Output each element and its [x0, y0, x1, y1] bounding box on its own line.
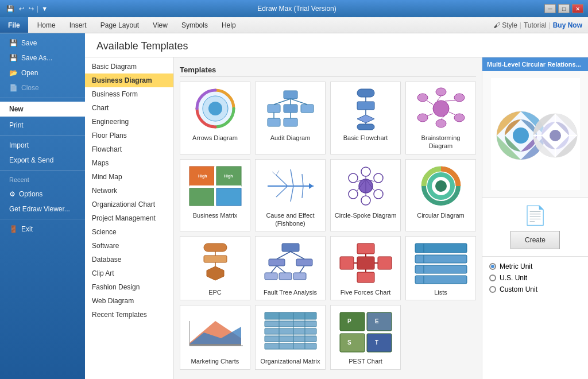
export-send-action[interactable]: Export & Send [0, 153, 85, 168]
create-button[interactable]: Create [510, 231, 560, 249]
svg-point-2 [208, 102, 222, 115]
template-label-matrix: Business Matrix [193, 211, 238, 219]
open-action[interactable]: 📂 Open [0, 65, 85, 80]
svg-text:High: High [224, 174, 233, 179]
get-viewer-action[interactable]: Get Edraw Viewer... [0, 202, 85, 216]
category-recent-templates[interactable]: Recent Templates [85, 308, 173, 322]
svg-rect-95 [415, 265, 467, 273]
new-action[interactable]: New [0, 102, 85, 117]
category-flowchart[interactable]: Flowchart [85, 142, 173, 156]
qa-extra-btn[interactable]: ▼ [40, 5, 49, 13]
svg-rect-106 [265, 312, 316, 319]
save-as-action[interactable]: 💾 Save As... [0, 51, 85, 65]
menu-right-actions: 🖌 Style | Tutorial | Buy Now [493, 21, 588, 29]
template-thumb-epc [187, 240, 244, 286]
template-arrows-diagram[interactable]: Arrows Diagram [180, 82, 250, 154]
import-label: Import [9, 141, 29, 149]
qa-save-btn[interactable]: 💾 [5, 5, 16, 13]
metric-unit-radio[interactable]: Metric Unit [489, 262, 581, 270]
us-unit-radio[interactable]: U.S. Unit [489, 274, 581, 282]
maximize-button[interactable]: □ [558, 4, 570, 13]
template-five-forces[interactable]: Five Forces Chart [330, 236, 401, 300]
svg-rect-69 [204, 256, 227, 262]
template-thumb-arrows [187, 86, 244, 132]
exit-action[interactable]: 🚪 Exit [0, 222, 85, 237]
template-pest-chart[interactable]: P E S T PEST Chart [330, 305, 401, 369]
svg-marker-16 [357, 115, 374, 123]
category-org-chart[interactable]: Organizational Chart [85, 198, 173, 211]
svg-text:S: S [347, 339, 351, 346]
template-epc[interactable]: EPC [180, 236, 250, 300]
right-panel: Multi-Level Circular Relations... [482, 57, 588, 379]
template-business-matrix[interactable]: High High Business Matrix [180, 159, 250, 232]
template-label-lists: Lists [434, 288, 447, 296]
home-menu[interactable]: Home [30, 19, 63, 32]
save-action[interactable]: 💾 Save [0, 36, 85, 51]
custom-unit-radio[interactable]: Custom Unit [489, 285, 581, 293]
category-database[interactable]: Database [85, 253, 173, 266]
custom-unit-label: Custom Unit [500, 285, 537, 293]
category-network[interactable]: Network [85, 184, 173, 198]
category-basic-diagram[interactable]: Basic Diagram [85, 60, 173, 74]
tutorial-link[interactable]: Tutorial [524, 21, 547, 29]
qa-redo-btn[interactable]: ↪ [27, 5, 36, 13]
category-engineering[interactable]: Engineering [85, 115, 173, 129]
template-fault-tree[interactable]: Fault Tree Analysis [255, 236, 326, 300]
template-org-matrix[interactable]: Organizational Matrix [255, 305, 326, 369]
category-floor-plans[interactable]: Floor Plans [85, 129, 173, 142]
import-action[interactable]: Import [0, 138, 85, 153]
category-business-diagram[interactable]: Business Diagram [85, 74, 173, 87]
print-action[interactable]: Print [0, 118, 85, 133]
template-lists[interactable]: Lists [405, 236, 476, 300]
category-web-diagram[interactable]: Web Diagram [85, 294, 173, 308]
options-action[interactable]: ⚙ Options [0, 187, 85, 202]
svg-text:T: T [375, 339, 378, 346]
svg-point-23 [436, 88, 446, 96]
category-maps[interactable]: Maps [85, 156, 173, 170]
options-label: Options [19, 190, 42, 198]
recent-label: Recent [0, 173, 85, 187]
template-circle-spoke[interactable]: Circle-Spoke Diagram [330, 159, 401, 232]
page-layout-menu[interactable]: Page Layout [94, 19, 146, 32]
title-bar-title: Edraw Max (Trial Version) [49, 5, 544, 13]
template-audit-diagram[interactable]: Audit Diagram [255, 82, 326, 154]
view-menu[interactable]: View [146, 19, 175, 32]
svg-rect-7 [268, 118, 280, 126]
template-thumb-marketing [187, 309, 244, 355]
template-circular-diagram[interactable]: Circular Diagram [405, 159, 476, 232]
svg-rect-85 [340, 257, 354, 269]
template-basic-flowchart[interactable]: Basic Flowchart [330, 82, 401, 154]
qa-undo-btn[interactable]: ↩ [17, 5, 26, 13]
minimize-button[interactable]: ─ [544, 4, 556, 13]
category-software[interactable]: Software [85, 239, 173, 253]
quick-access-toolbar: 💾 ↩ ↪ | ▼ [5, 5, 49, 13]
title-bar-controls: ─ □ ✕ [544, 4, 583, 13]
template-label-org-matrix: Organizational Matrix [261, 357, 320, 365]
category-project-mgmt[interactable]: Project Management [85, 211, 173, 225]
category-science[interactable]: Science [85, 225, 173, 239]
open-label: Open [21, 69, 38, 77]
category-chart[interactable]: Chart [85, 101, 173, 115]
close-button[interactable]: ✕ [572, 4, 583, 13]
category-clip-art[interactable]: Clip Art [85, 266, 173, 280]
template-brainstorming[interactable]: Brainstorming Diagram [405, 82, 476, 154]
template-cause-effect[interactable]: Cause and Effect (Fishbone) [255, 159, 326, 232]
category-fashion-design[interactable]: Fashion Design [85, 280, 173, 294]
document-icon: 📄 [524, 204, 547, 226]
insert-menu[interactable]: Insert [63, 19, 94, 32]
close-action[interactable]: 📄 Close [0, 80, 85, 95]
svg-point-27 [417, 114, 428, 122]
svg-line-51 [276, 171, 279, 175]
options-icon: ⚙ [9, 190, 16, 198]
style-link[interactable]: 🖌 Style [493, 21, 517, 29]
category-business-form[interactable]: Business Form [85, 87, 173, 101]
main-layout: 💾 Save 💾 Save As... 📂 Open 📄 Close New P… [0, 33, 588, 379]
symbols-menu[interactable]: Symbols [175, 19, 215, 32]
file-menu-button[interactable]: File [0, 17, 28, 33]
svg-point-67 [435, 180, 447, 192]
template-label-marketing: Marketing Charts [191, 357, 239, 365]
help-menu[interactable]: Help [215, 19, 243, 32]
category-mind-map[interactable]: Mind Map [85, 170, 173, 184]
buy-now-link[interactable]: Buy Now [553, 21, 582, 29]
template-marketing-charts[interactable]: Marketing Charts [180, 305, 250, 369]
